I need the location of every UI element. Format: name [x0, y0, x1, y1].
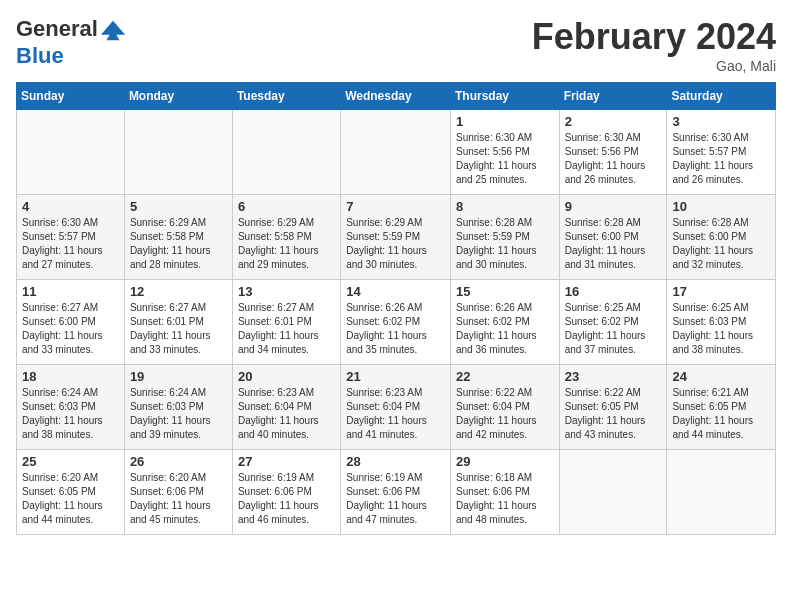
weekday-header: Monday	[124, 83, 232, 110]
calendar-cell: 26Sunrise: 6:20 AM Sunset: 6:06 PM Dayli…	[124, 450, 232, 535]
logo: General Blue	[16, 16, 128, 68]
day-number: 18	[22, 369, 119, 384]
day-info: Sunrise: 6:20 AM Sunset: 6:05 PM Dayligh…	[22, 471, 119, 527]
calendar-table: SundayMondayTuesdayWednesdayThursdayFrid…	[16, 82, 776, 535]
day-number: 23	[565, 369, 662, 384]
calendar-cell: 13Sunrise: 6:27 AM Sunset: 6:01 PM Dayli…	[232, 280, 340, 365]
calendar-week-row: 25Sunrise: 6:20 AM Sunset: 6:05 PM Dayli…	[17, 450, 776, 535]
day-number: 24	[672, 369, 770, 384]
day-number: 7	[346, 199, 445, 214]
day-number: 10	[672, 199, 770, 214]
day-number: 12	[130, 284, 227, 299]
calendar-cell: 24Sunrise: 6:21 AM Sunset: 6:05 PM Dayli…	[667, 365, 776, 450]
month-year: February 2024	[532, 16, 776, 58]
weekday-header: Wednesday	[341, 83, 451, 110]
calendar-cell: 25Sunrise: 6:20 AM Sunset: 6:05 PM Dayli…	[17, 450, 125, 535]
calendar-cell: 12Sunrise: 6:27 AM Sunset: 6:01 PM Dayli…	[124, 280, 232, 365]
logo-general: General	[16, 16, 98, 41]
day-info: Sunrise: 6:24 AM Sunset: 6:03 PM Dayligh…	[22, 386, 119, 442]
day-number: 17	[672, 284, 770, 299]
calendar-cell: 16Sunrise: 6:25 AM Sunset: 6:02 PM Dayli…	[559, 280, 667, 365]
weekday-header: Sunday	[17, 83, 125, 110]
title-block: February 2024 Gao, Mali	[532, 16, 776, 74]
day-info: Sunrise: 6:29 AM Sunset: 5:59 PM Dayligh…	[346, 216, 445, 272]
day-number: 20	[238, 369, 335, 384]
weekday-header: Thursday	[450, 83, 559, 110]
day-info: Sunrise: 6:29 AM Sunset: 5:58 PM Dayligh…	[130, 216, 227, 272]
day-info: Sunrise: 6:23 AM Sunset: 6:04 PM Dayligh…	[346, 386, 445, 442]
location: Gao, Mali	[532, 58, 776, 74]
day-info: Sunrise: 6:21 AM Sunset: 6:05 PM Dayligh…	[672, 386, 770, 442]
day-number: 19	[130, 369, 227, 384]
calendar-cell	[667, 450, 776, 535]
day-number: 2	[565, 114, 662, 129]
calendar-cell: 22Sunrise: 6:22 AM Sunset: 6:04 PM Dayli…	[450, 365, 559, 450]
logo-text: General	[16, 16, 128, 44]
day-info: Sunrise: 6:20 AM Sunset: 6:06 PM Dayligh…	[130, 471, 227, 527]
day-number: 13	[238, 284, 335, 299]
calendar-week-row: 4Sunrise: 6:30 AM Sunset: 5:57 PM Daylig…	[17, 195, 776, 280]
calendar-cell: 29Sunrise: 6:18 AM Sunset: 6:06 PM Dayli…	[450, 450, 559, 535]
calendar-cell: 11Sunrise: 6:27 AM Sunset: 6:00 PM Dayli…	[17, 280, 125, 365]
day-info: Sunrise: 6:28 AM Sunset: 6:00 PM Dayligh…	[672, 216, 770, 272]
day-info: Sunrise: 6:28 AM Sunset: 6:00 PM Dayligh…	[565, 216, 662, 272]
logo-blue-text: Blue	[16, 44, 128, 68]
day-number: 5	[130, 199, 227, 214]
calendar-cell: 9Sunrise: 6:28 AM Sunset: 6:00 PM Daylig…	[559, 195, 667, 280]
day-info: Sunrise: 6:27 AM Sunset: 6:01 PM Dayligh…	[130, 301, 227, 357]
calendar-cell: 19Sunrise: 6:24 AM Sunset: 6:03 PM Dayli…	[124, 365, 232, 450]
day-number: 14	[346, 284, 445, 299]
day-info: Sunrise: 6:29 AM Sunset: 5:58 PM Dayligh…	[238, 216, 335, 272]
day-info: Sunrise: 6:30 AM Sunset: 5:56 PM Dayligh…	[456, 131, 554, 187]
day-info: Sunrise: 6:19 AM Sunset: 6:06 PM Dayligh…	[238, 471, 335, 527]
day-number: 25	[22, 454, 119, 469]
calendar-cell: 17Sunrise: 6:25 AM Sunset: 6:03 PM Dayli…	[667, 280, 776, 365]
calendar-cell: 21Sunrise: 6:23 AM Sunset: 6:04 PM Dayli…	[341, 365, 451, 450]
day-info: Sunrise: 6:27 AM Sunset: 6:01 PM Dayligh…	[238, 301, 335, 357]
calendar-week-row: 1Sunrise: 6:30 AM Sunset: 5:56 PM Daylig…	[17, 110, 776, 195]
calendar-cell: 14Sunrise: 6:26 AM Sunset: 6:02 PM Dayli…	[341, 280, 451, 365]
weekday-header: Tuesday	[232, 83, 340, 110]
calendar-cell: 20Sunrise: 6:23 AM Sunset: 6:04 PM Dayli…	[232, 365, 340, 450]
calendar-cell	[17, 110, 125, 195]
calendar-week-row: 11Sunrise: 6:27 AM Sunset: 6:00 PM Dayli…	[17, 280, 776, 365]
day-info: Sunrise: 6:23 AM Sunset: 6:04 PM Dayligh…	[238, 386, 335, 442]
day-info: Sunrise: 6:25 AM Sunset: 6:02 PM Dayligh…	[565, 301, 662, 357]
day-number: 22	[456, 369, 554, 384]
calendar-header-row: SundayMondayTuesdayWednesdayThursdayFrid…	[17, 83, 776, 110]
page-header: General Blue February 2024 Gao, Mali	[16, 16, 776, 74]
day-info: Sunrise: 6:30 AM Sunset: 5:57 PM Dayligh…	[22, 216, 119, 272]
calendar-cell	[232, 110, 340, 195]
calendar-cell: 27Sunrise: 6:19 AM Sunset: 6:06 PM Dayli…	[232, 450, 340, 535]
day-number: 28	[346, 454, 445, 469]
weekday-header: Friday	[559, 83, 667, 110]
day-number: 11	[22, 284, 119, 299]
day-number: 16	[565, 284, 662, 299]
day-number: 27	[238, 454, 335, 469]
calendar-cell: 2Sunrise: 6:30 AM Sunset: 5:56 PM Daylig…	[559, 110, 667, 195]
calendar-cell	[124, 110, 232, 195]
day-info: Sunrise: 6:27 AM Sunset: 6:00 PM Dayligh…	[22, 301, 119, 357]
day-info: Sunrise: 6:26 AM Sunset: 6:02 PM Dayligh…	[346, 301, 445, 357]
day-info: Sunrise: 6:24 AM Sunset: 6:03 PM Dayligh…	[130, 386, 227, 442]
calendar-cell: 5Sunrise: 6:29 AM Sunset: 5:58 PM Daylig…	[124, 195, 232, 280]
weekday-header: Saturday	[667, 83, 776, 110]
calendar-cell: 18Sunrise: 6:24 AM Sunset: 6:03 PM Dayli…	[17, 365, 125, 450]
day-number: 21	[346, 369, 445, 384]
day-number: 26	[130, 454, 227, 469]
day-info: Sunrise: 6:22 AM Sunset: 6:04 PM Dayligh…	[456, 386, 554, 442]
day-number: 6	[238, 199, 335, 214]
calendar-cell	[559, 450, 667, 535]
day-info: Sunrise: 6:19 AM Sunset: 6:06 PM Dayligh…	[346, 471, 445, 527]
calendar-cell	[341, 110, 451, 195]
calendar-cell: 3Sunrise: 6:30 AM Sunset: 5:57 PM Daylig…	[667, 110, 776, 195]
day-number: 15	[456, 284, 554, 299]
day-info: Sunrise: 6:30 AM Sunset: 5:57 PM Dayligh…	[672, 131, 770, 187]
calendar-cell: 6Sunrise: 6:29 AM Sunset: 5:58 PM Daylig…	[232, 195, 340, 280]
calendar-cell: 1Sunrise: 6:30 AM Sunset: 5:56 PM Daylig…	[450, 110, 559, 195]
day-info: Sunrise: 6:22 AM Sunset: 6:05 PM Dayligh…	[565, 386, 662, 442]
day-number: 8	[456, 199, 554, 214]
day-number: 1	[456, 114, 554, 129]
calendar-week-row: 18Sunrise: 6:24 AM Sunset: 6:03 PM Dayli…	[17, 365, 776, 450]
day-info: Sunrise: 6:25 AM Sunset: 6:03 PM Dayligh…	[672, 301, 770, 357]
